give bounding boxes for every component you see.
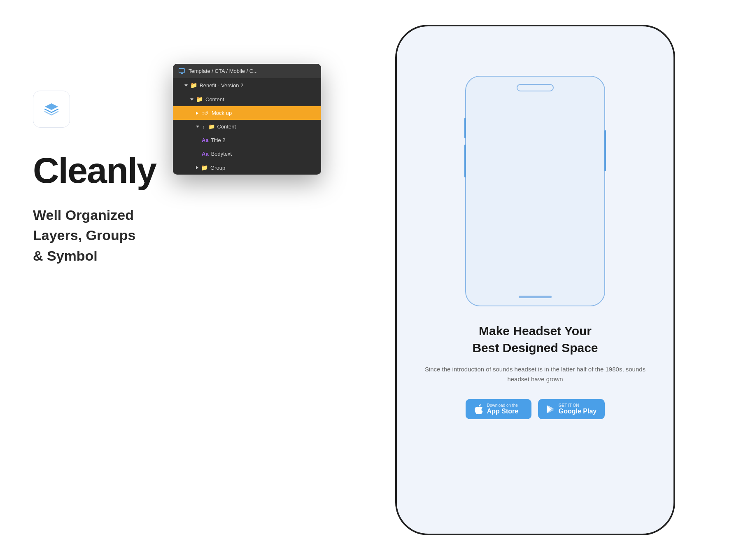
google-play-big-text: Google Play [559,408,597,415]
layers-item-bodytext[interactable]: Aa Bodytext [173,147,321,161]
layers-label-mockup: Mock up [212,110,232,116]
folder-icon-benefit: 📁 [190,82,197,89]
phone-side-btn-1 [464,118,466,138]
text-icon-bodytext: Aa [202,151,209,157]
phone-inner-content: Make Headset Your Best Designed Space Si… [397,26,673,534]
layers-panel: Template / CTA / Mobile / C... 📁 Benefit… [173,64,321,175]
monitor-icon [179,68,185,74]
text-icon-title2: Aa [202,137,209,143]
apple-icon [474,404,483,415]
phone-bottom-content: Make Headset Your Best Designed Space Si… [397,323,673,419]
layers-item-content2[interactable]: ↕ 📁 Content [173,120,321,133]
folder-icon-content2: 📁 [208,124,215,130]
app-store-big-text: App Store [487,408,518,415]
phone-heading: Make Headset Your Best Designed Space [413,323,657,356]
layers-label-content1: Content [205,96,224,103]
phone-outer-frame: Make Headset Your Best Designed Space Si… [395,25,675,535]
layers-label-title2: Title 2 [211,137,226,143]
symbol-icon-wrapper [33,91,70,128]
expand-icon-group [196,166,198,169]
app-store-small-text: Download on the [487,403,518,408]
expand-icon-benefit [184,84,188,86]
folder-icon-content1: 📁 [196,96,203,103]
google-play-small-text: GET IT ON [559,403,579,408]
layers-item-mockup[interactable]: ↕↺ Mock up [173,106,321,120]
left-section: Cleanly Well Organized Layers, Groups & … [33,91,189,266]
layers-label-group: Group [210,165,225,171]
layers-symbol-icon [42,100,61,118]
layers-label-content2: Content [217,124,236,130]
phone-wireframe [465,76,605,306]
google-play-text-group: GET IT ON Google Play [559,403,597,415]
cycle-icon-content2: ↕ [203,124,205,129]
expand-icon-content1 [190,98,193,100]
expand-icon-content2 [196,126,199,128]
right-section: Make Headset Your Best Designed Space Si… [338,25,716,535]
layers-item-content1[interactable]: 📁 Content [173,92,321,106]
hero-title: Cleanly [33,152,189,189]
layers-item-group[interactable]: 📁 Group [173,161,321,175]
layers-label-bodytext: Bodytext [211,151,232,157]
hero-subtitle: Well Organized Layers, Groups & Symbol [33,205,189,266]
phone-buttons: Download on the App Store GET IT ON [413,399,657,419]
layers-item-title2[interactable]: Aa Title 2 [173,133,321,147]
svg-rect-0 [179,69,185,73]
phone-body-text: Since the introduction of sounds headset… [413,364,657,384]
layers-panel-title: Template / CTA / Mobile / C... [189,68,258,74]
folder-icon-group: 📁 [201,164,208,171]
layers-title-bar: Template / CTA / Mobile / C... [173,64,321,78]
app-store-button[interactable]: Download on the App Store [466,399,531,419]
cycle-icon-mockup: ↕↺ [202,110,208,116]
phone-home-bar [519,296,552,298]
app-store-text-group: Download on the App Store [487,403,518,415]
layers-item-benefit[interactable]: 📁 Benefit - Version 2 [173,78,321,92]
phone-side-btn-2 [464,145,466,177]
play-icon [546,405,555,414]
layers-label-benefit: Benefit - Version 2 [200,82,243,89]
expand-icon-mockup [196,112,198,115]
google-play-button[interactable]: GET IT ON Google Play [538,399,605,419]
phone-power-btn [604,130,606,171]
phone-notch [517,84,554,91]
